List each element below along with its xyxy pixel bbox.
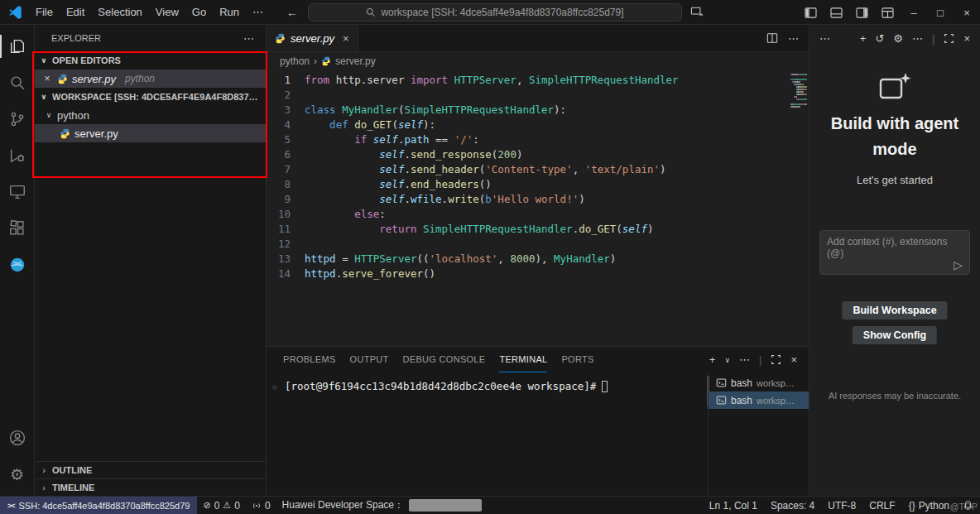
activity-huawei-cloud[interactable]	[0, 247, 35, 283]
breadcrumb-file[interactable]: server.py	[335, 55, 376, 67]
activity-accounts[interactable]	[0, 420, 35, 456]
panel-tab-output[interactable]: OUTPUT	[350, 347, 389, 372]
terminal-list-item-selected[interactable]: bash worksp…	[709, 392, 809, 409]
split-editor-icon[interactable]	[766, 32, 778, 44]
chat-history-icon[interactable]: ↺	[875, 32, 884, 45]
restore-icon[interactable]: □	[927, 0, 954, 25]
activity-explorer[interactable]	[0, 28, 35, 65]
close-window-icon[interactable]: ×	[954, 0, 980, 25]
chat-overflow-icon[interactable]: ⋯	[819, 32, 830, 45]
menu-run[interactable]: Run	[213, 0, 246, 25]
cursor-position[interactable]: Ln 1, Col 1	[703, 500, 764, 512]
code-line[interactable]: 14httpd.serve_forever()	[267, 267, 809, 281]
chat-settings-gear-icon[interactable]: ⚙	[893, 32, 903, 45]
close-chat-icon[interactable]: ×	[963, 32, 970, 45]
menu-view[interactable]: View	[149, 0, 185, 25]
tree-folder-python[interactable]: ∨ python	[35, 106, 266, 124]
line-number[interactable]: 12	[267, 237, 305, 252]
toggle-panel-icon[interactable]	[824, 7, 849, 18]
panel-tab-problems[interactable]: PROBLEMS	[283, 347, 336, 372]
menu-go[interactable]: Go	[185, 0, 213, 25]
chat-more-icon[interactable]: ⋯	[912, 32, 923, 45]
line-number[interactable]: 6	[267, 147, 305, 162]
close-panel-icon[interactable]: ×	[790, 353, 797, 366]
eol-setting[interactable]: CRLF	[862, 500, 901, 512]
line-number[interactable]: 5	[267, 132, 305, 147]
open-editor-item[interactable]: × server.py python	[35, 70, 266, 88]
line-number[interactable]: 14	[267, 267, 305, 281]
workspace-section-header[interactable]: ∨ WORKSPACE [SSH: 4DCE5AFF4E9A4F8D8370A8…	[35, 88, 266, 106]
timeline-section-header[interactable]: › TIMELINE	[35, 478, 266, 496]
terminal-dropdown-icon[interactable]: ∨	[724, 356, 730, 364]
language-mode[interactable]: {} Python	[902, 500, 956, 512]
terminal-view[interactable]: ○ [root@9f6194cc13c94b1d8d42d8dbc2c0ee4e…	[267, 372, 708, 496]
panel-tab-terminal[interactable]: TERMINAL	[499, 347, 547, 372]
sidebar-more-icon[interactable]: ⋯	[243, 32, 254, 45]
problems-status[interactable]: ⊘ 0 ⚠ 0	[197, 497, 245, 514]
activity-settings[interactable]: ⚙	[0, 456, 35, 492]
code-editor[interactable]: 1from http.server import HTTPServer, Sim…	[267, 70, 809, 346]
toggle-primary-sidebar-icon[interactable]	[798, 7, 824, 18]
new-terminal-icon[interactable]: +	[709, 353, 716, 366]
new-chat-icon[interactable]: +	[860, 32, 867, 45]
code-line[interactable]: 13httpd = HTTPServer(('localhost', 8000)…	[267, 252, 809, 267]
editor-more-actions-icon[interactable]: ⋯	[788, 32, 799, 45]
line-number[interactable]: 9	[267, 192, 305, 207]
activity-search[interactable]	[0, 65, 35, 101]
customize-layout-icon[interactable]	[875, 7, 901, 18]
panel-more-icon[interactable]: ⋯	[739, 353, 750, 366]
line-number[interactable]: 8	[267, 177, 305, 192]
panel-tab-ports[interactable]: PORTS	[561, 347, 593, 372]
chat-input-box[interactable]: ▷	[819, 230, 970, 275]
code-line[interactable]: 6 self.send_response(200)	[267, 147, 809, 162]
screencast-toggle-icon[interactable]	[690, 6, 704, 17]
maximize-panel-icon[interactable]	[771, 354, 781, 365]
menu-overflow-icon[interactable]: ⋯	[246, 0, 270, 25]
remote-indicator[interactable]: >< SSH: 4dce5aff4e9a4f8d8370a8ffcc825d79	[0, 497, 197, 514]
minimap[interactable]	[790, 74, 807, 346]
code-line[interactable]: 4 def do_GET(self):	[267, 118, 809, 132]
activity-extensions[interactable]	[0, 210, 35, 247]
activity-source-control[interactable]	[0, 101, 35, 137]
line-number[interactable]: 10	[267, 207, 305, 222]
chat-input[interactable]	[820, 231, 969, 261]
line-number[interactable]: 3	[267, 103, 305, 118]
tab-serverpy[interactable]: server.py ×	[267, 25, 358, 51]
tab-close-icon[interactable]: ×	[343, 32, 349, 45]
activity-remote-explorer[interactable]	[0, 174, 35, 210]
open-editors-header[interactable]: ∨ OPEN EDITORS	[35, 51, 266, 70]
command-center-search[interactable]: workspace [SSH: 4dce5aff4e9a4f8d8370a8ff…	[308, 3, 682, 22]
line-number[interactable]: 2	[267, 88, 305, 103]
code-line[interactable]: 7 self.send_header('Content-type', 'text…	[267, 162, 809, 177]
code-line[interactable]: 3class MyHandler(SimpleHTTPRequestHandle…	[267, 103, 809, 118]
ports-status[interactable]: 0	[246, 497, 276, 514]
line-number[interactable]: 4	[267, 118, 305, 132]
line-number[interactable]: 11	[267, 222, 305, 237]
host-status[interactable]: Huawei Developer Space：	[276, 497, 488, 514]
code-line[interactable]: 2	[267, 88, 809, 103]
code-line[interactable]: 11 return SimpleHTTPRequestHandler.do_GE…	[267, 222, 809, 237]
tree-file-serverpy[interactable]: server.py	[35, 124, 266, 142]
breadcrumb-folder[interactable]: python	[280, 55, 310, 67]
panel-tab-debug-console[interactable]: DEBUG CONSOLE	[403, 347, 486, 372]
close-editor-icon[interactable]: ×	[41, 73, 53, 84]
line-number[interactable]: 1	[267, 73, 305, 88]
line-number[interactable]: 7	[267, 162, 305, 177]
maximize-chat-icon[interactable]	[944, 33, 954, 44]
code-line[interactable]: 8 self.end_headers()	[267, 177, 809, 192]
send-icon[interactable]: ▷	[954, 258, 963, 271]
menu-edit[interactable]: Edit	[60, 0, 91, 25]
code-line[interactable]: 12	[267, 237, 809, 252]
minimize-icon[interactable]: –	[901, 0, 927, 25]
code-line[interactable]: 9 self.wfile.write(b'Hello world!')	[267, 192, 809, 207]
code-line[interactable]: 5 if self.path == '/':	[267, 132, 809, 147]
line-number[interactable]: 13	[267, 252, 305, 267]
menu-file[interactable]: File	[29, 0, 60, 25]
toggle-secondary-sidebar-icon[interactable]	[849, 7, 875, 18]
code-line[interactable]: 10 else:	[267, 207, 809, 222]
build-workspace-button[interactable]: Build Workspace	[842, 301, 947, 319]
indentation-setting[interactable]: Spaces: 4	[764, 500, 821, 512]
activity-run-debug[interactable]	[0, 137, 35, 174]
outline-section-header[interactable]: › OUTLINE	[35, 461, 266, 478]
navigate-back-icon[interactable]: ←	[281, 6, 303, 19]
